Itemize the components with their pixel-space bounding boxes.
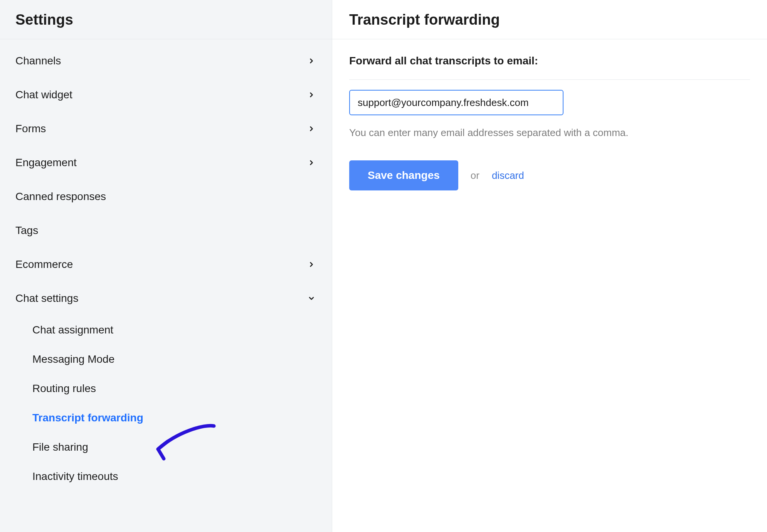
chevron-right-icon xyxy=(306,90,316,100)
sidebar-item-ecommerce[interactable]: Ecommerce xyxy=(0,247,332,281)
chevron-down-icon xyxy=(306,293,316,303)
form-actions: Save changes or discard xyxy=(332,139,767,190)
sidebar-item-label: Forms xyxy=(15,123,46,135)
sidebar-header: Settings xyxy=(0,0,332,39)
sidebar-item-forms[interactable]: Forms xyxy=(0,112,332,146)
sidebar-nav: Channels Chat widget Forms Engagement xyxy=(0,39,332,491)
sidebar-item-label: Chat settings xyxy=(15,292,78,305)
sidebar-item-label: Canned responses xyxy=(15,190,106,203)
sidebar-item-label: Ecommerce xyxy=(15,258,73,271)
save-changes-button[interactable]: Save changes xyxy=(349,160,458,190)
chat-settings-submenu: Chat assignment Messaging Mode Routing r… xyxy=(0,315,332,491)
forward-email-input[interactable] xyxy=(349,90,563,115)
sidebar-subitem-transcript-forwarding[interactable]: Transcript forwarding xyxy=(17,403,332,433)
settings-sidebar: Settings Channels Chat widget Forms xyxy=(0,0,332,532)
form-section: Forward all chat transcripts to email: Y… xyxy=(332,39,767,139)
sidebar-item-chat-settings[interactable]: Chat settings xyxy=(0,281,332,315)
sidebar-subitem-inactivity-timeouts[interactable]: Inactivity timeouts xyxy=(17,462,332,491)
chevron-right-icon xyxy=(306,158,316,168)
sidebar-item-channels[interactable]: Channels xyxy=(0,44,332,78)
sidebar-item-label: Channels xyxy=(15,55,61,67)
chevron-right-icon xyxy=(306,56,316,66)
sidebar-item-label: Tags xyxy=(15,224,38,237)
main-header: Transcript forwarding xyxy=(332,0,767,39)
sidebar-item-label: Engagement xyxy=(15,157,77,169)
sidebar-title: Settings xyxy=(15,12,316,28)
sidebar-item-chat-widget[interactable]: Chat widget xyxy=(0,78,332,112)
email-hint-text: You can enter many email addresses separ… xyxy=(349,127,750,139)
sidebar-subitem-routing-rules[interactable]: Routing rules xyxy=(17,374,332,403)
main-panel: Transcript forwarding Forward all chat t… xyxy=(332,0,767,532)
page-title: Transcript forwarding xyxy=(349,12,750,28)
or-text: or xyxy=(471,170,479,182)
email-field-label: Forward all chat transcripts to email: xyxy=(349,55,750,67)
chevron-right-icon xyxy=(306,259,316,269)
sidebar-item-label: Chat widget xyxy=(15,89,72,101)
sidebar-item-canned-responses[interactable]: Canned responses xyxy=(0,180,332,214)
sidebar-item-engagement[interactable]: Engagement xyxy=(0,146,332,180)
sidebar-subitem-file-sharing[interactable]: File sharing xyxy=(17,433,332,462)
sidebar-subitem-chat-assignment[interactable]: Chat assignment xyxy=(17,315,332,345)
chevron-right-icon xyxy=(306,124,316,134)
discard-link[interactable]: discard xyxy=(492,170,524,182)
sidebar-item-tags[interactable]: Tags xyxy=(0,214,332,247)
sidebar-subitem-messaging-mode[interactable]: Messaging Mode xyxy=(17,345,332,374)
